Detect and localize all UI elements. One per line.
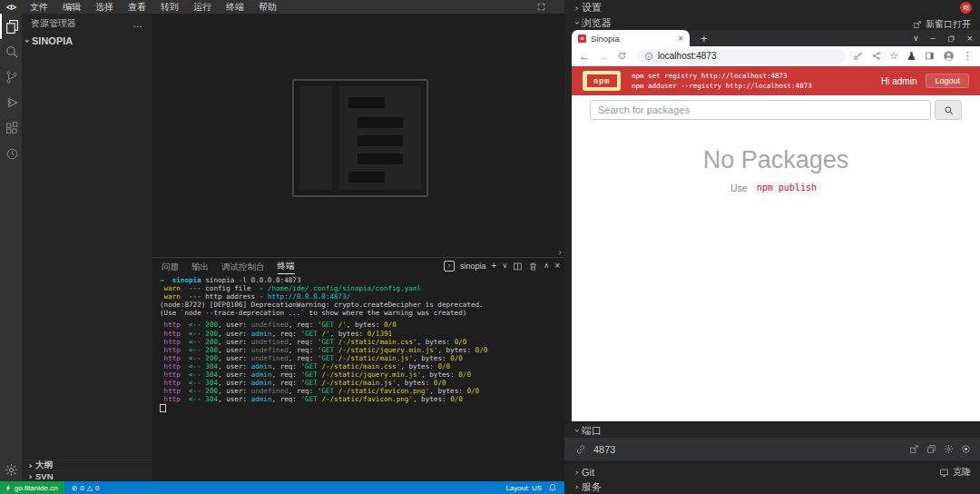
magnifier-icon xyxy=(944,105,954,115)
section-settings[interactable]: › 设置 xyxy=(564,0,980,15)
sidebar-title: 资源管理器 xyxy=(31,17,132,30)
section-ports[interactable]: › 端口 xyxy=(564,423,980,438)
panel-tab-问题[interactable]: 问题 xyxy=(162,259,179,274)
search-button[interactable] xyxy=(935,100,962,120)
open-new-window-icon xyxy=(913,20,922,29)
chevron-down-icon: › xyxy=(23,39,32,43)
menu-item-转到[interactable]: 转到 xyxy=(153,1,186,14)
open-new-window-button[interactable]: 新窗口打开 xyxy=(913,18,971,31)
kill-terminal-icon[interactable] xyxy=(528,262,538,272)
no-packages-heading: No Packages xyxy=(703,146,849,174)
npm-logo[interactable]: npm xyxy=(583,71,621,91)
activity-search[interactable] xyxy=(0,39,22,64)
url-field[interactable]: localhost:4873 xyxy=(637,49,846,64)
status-bar: go.titanide.cn ⊘ 0 △ 0 Layout: US xyxy=(0,481,564,494)
keyboard-layout[interactable]: Layout: US xyxy=(505,484,542,492)
flask-icon[interactable] xyxy=(906,51,916,61)
panel-tab-调试控制台[interactable]: 调试控制台 xyxy=(221,259,265,274)
back-icon[interactable]: ← xyxy=(579,50,590,63)
activity-bar xyxy=(0,14,22,481)
activity-timeline[interactable] xyxy=(0,141,22,166)
search-input[interactable] xyxy=(590,100,931,120)
fullscreen-icon[interactable] xyxy=(537,3,545,11)
tree-item-sinopia[interactable]: › SINOPIA xyxy=(22,34,152,48)
tab-list-icon[interactable]: ∨ xyxy=(913,35,919,43)
chevron-right-icon: › xyxy=(574,468,578,477)
minimize-icon[interactable]: – xyxy=(931,35,936,43)
problems-status[interactable]: ⊘ 0 △ 0 xyxy=(72,484,100,492)
port-settings-gear-icon[interactable] xyxy=(944,444,954,454)
close-window-icon[interactable]: × xyxy=(967,35,973,43)
activity-run-debug[interactable] xyxy=(0,90,22,115)
share-icon[interactable] xyxy=(871,51,881,61)
section-outline[interactable]: › 大纲 xyxy=(22,459,152,470)
chevron-down-icon: › xyxy=(573,429,582,432)
section-services[interactable]: › 服务 xyxy=(564,479,980,494)
stop-port-icon[interactable] xyxy=(961,444,971,454)
chevron-right-icon: › xyxy=(28,461,32,470)
bell-icon[interactable] xyxy=(548,483,557,492)
npm-logo-text: npm xyxy=(587,74,617,87)
key-icon[interactable] xyxy=(853,51,863,61)
manage-button[interactable] xyxy=(0,463,22,477)
chevron-down-icon: › xyxy=(573,21,582,25)
terminal-line: http <-- 304, user: admin, req: 'GET /-/… xyxy=(160,379,561,387)
split-terminal-icon[interactable] xyxy=(513,262,523,272)
browser-menu-icon[interactable]: ⋮ xyxy=(963,51,973,61)
gear-icon xyxy=(5,463,18,477)
port-row[interactable]: 4873 xyxy=(564,438,980,460)
maximize-panel-icon[interactable]: ∧ xyxy=(544,262,549,271)
restore-icon[interactable] xyxy=(947,35,956,43)
logout-button[interactable]: Logout xyxy=(926,74,969,88)
menu-item-选择[interactable]: 选择 xyxy=(88,1,121,14)
ports-label: 端口 xyxy=(582,424,602,438)
reload-icon[interactable] xyxy=(617,51,627,61)
clock-icon xyxy=(5,147,19,161)
remote-host: go.titanide.cn xyxy=(15,484,58,492)
error-icon: ⊘ xyxy=(72,484,78,492)
panel-tab-输出[interactable]: 输出 xyxy=(191,259,209,274)
activity-extensions[interactable] xyxy=(0,115,22,141)
tab-close-icon[interactable]: × xyxy=(678,34,683,44)
git-clone-button[interactable]: 克隆 xyxy=(939,466,971,479)
address-bar-icons: ☆ ⋮ xyxy=(853,50,973,62)
activity-explorer[interactable] xyxy=(0,14,22,39)
terminal-line: http <-- 200, user: admin, req: 'GET /',… xyxy=(160,330,561,338)
copy-icon[interactable] xyxy=(926,444,936,454)
section-svn[interactable]: › SVN xyxy=(22,470,152,481)
npm-publish-code: npm publish xyxy=(752,182,821,193)
terminal-name[interactable]: sinopia xyxy=(460,262,486,271)
menu-item-查看[interactable]: 查看 xyxy=(121,1,153,14)
terminal-line: http <-- 200, user: undefined, req: 'GET… xyxy=(160,387,561,395)
user-badge[interactable]: 邓 xyxy=(960,2,972,14)
section-git[interactable]: › Git xyxy=(564,462,980,480)
browser-tab[interactable]: n Sinopia × xyxy=(572,30,690,46)
menu-item-编辑[interactable]: 编辑 xyxy=(55,1,88,14)
bookmark-star-icon[interactable]: ☆ xyxy=(889,51,898,61)
menu-item-运行[interactable]: 运行 xyxy=(186,1,219,14)
close-panel-icon[interactable]: × xyxy=(554,262,560,271)
menu-item-帮助[interactable]: 帮助 xyxy=(251,1,284,14)
activity-source-control[interactable] xyxy=(0,64,22,90)
use-publish-line: Use npm publish xyxy=(730,182,821,193)
npm-header: npm npm set registry http://localhost:48… xyxy=(572,66,980,95)
terminal-line: http <-- 200, user: undefined, req: 'GET… xyxy=(160,338,561,346)
remote-indicator[interactable]: go.titanide.cn xyxy=(0,481,64,494)
profile-avatar-icon[interactable] xyxy=(943,50,955,62)
terminal-line: http <-- 304, user: admin, req: 'GET /-/… xyxy=(160,370,561,379)
menu-item-终端[interactable]: 终端 xyxy=(219,1,251,14)
sidebar-header: 资源管理器 … xyxy=(22,14,152,34)
panel-tab-终端[interactable]: 终端 xyxy=(278,258,295,274)
more-actions-icon[interactable]: … xyxy=(132,18,143,29)
menu-item-文件[interactable]: 文件 xyxy=(23,1,55,14)
open-in-browser-icon[interactable] xyxy=(909,444,919,454)
new-terminal-button[interactable]: + xyxy=(492,262,497,271)
new-tab-button[interactable]: + xyxy=(701,32,708,45)
terminal-dropdown-icon[interactable]: ∨ xyxy=(502,262,507,271)
forward-icon[interactable]: → xyxy=(598,50,609,63)
terminal-line: http <-- 200, user: undefined, req: 'GET… xyxy=(160,354,561,362)
greeting-text: Hi admin xyxy=(881,76,916,86)
panel-expand-icon[interactable]: › xyxy=(558,246,562,257)
side-panel-icon[interactable] xyxy=(925,51,935,61)
site-info-icon[interactable] xyxy=(644,52,653,61)
